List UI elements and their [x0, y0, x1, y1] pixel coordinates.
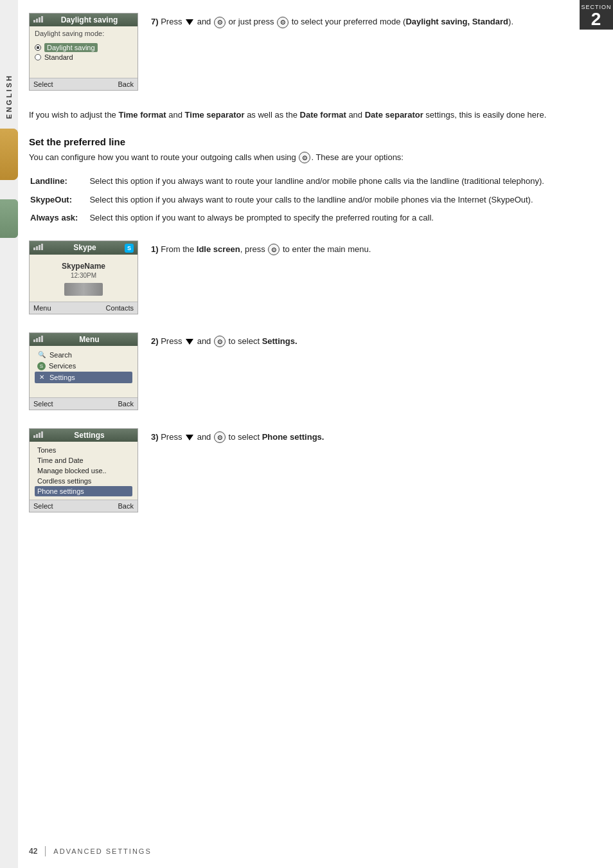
step7-suffix: to select your preferred mode (Daylight … [292, 17, 513, 26]
def-always-ask-text: Select this option if you want to always… [89, 210, 599, 228]
main-content: Daylight saving Daylight saving mode: Da… [29, 0, 600, 512]
def-always-ask: Always ask: Select this option if you wa… [30, 210, 599, 228]
footer-divider [45, 846, 46, 856]
step2-arrow-icon [186, 339, 193, 345]
settings-icon: ✕ [37, 373, 46, 382]
time-separator-bold: Time separator [185, 110, 245, 120]
definitions-table: Landline: Select this option if you alwa… [29, 172, 600, 229]
step2-number: 2) [151, 336, 159, 346]
step3-number: 3) [151, 432, 159, 442]
menu-item-settings: ✕ Settings [35, 372, 132, 383]
skype-icon: S [125, 243, 134, 253]
set-preferred-intro: You can configure how you want to route … [29, 151, 600, 164]
menu-signal-icon [33, 335, 45, 344]
step7-text: 7) Press and ⊙ or just press ⊙ to select… [151, 13, 600, 28]
menu-item-search: 🔍 Search [35, 349, 132, 361]
step3-circle-btn: ⊙ [214, 431, 226, 443]
daylight-screen-body: Daylight saving mode: Daylight saving St… [30, 26, 138, 78]
def-skypeout: SkypeOut: Select this option if you alwa… [30, 192, 599, 210]
settings-title-bar: Settings [30, 429, 138, 442]
settings-footer: Select Back [30, 500, 138, 512]
services-icon: S [37, 362, 46, 370]
menu-footer-right: Back [118, 400, 134, 408]
signal-icon [33, 15, 45, 24]
intro-paragraph: If you wish to adjust the Time format an… [29, 109, 600, 122]
daylight-mode-label: Daylight saving mode: [35, 30, 132, 37]
settings-cordless: Cordless settings [35, 476, 132, 486]
set-preferred-heading: Set the preferred line [29, 136, 600, 147]
daylight-option2-label: Standard [44, 53, 73, 61]
def-landline: Landline: Select this option if you alwa… [30, 174, 599, 191]
daylight-footer-left: Select [33, 80, 53, 88]
skype-footer-right: Contacts [106, 304, 134, 312]
skype-time: 12:30PM [35, 272, 132, 279]
step3-press: Press [161, 432, 184, 442]
daylight-option1: Daylight saving [35, 42, 132, 53]
section-number: 2 [580, 10, 613, 28]
footer-label: ADVANCED SETTINGS [53, 847, 151, 855]
skype-title-bar: Skype S [30, 241, 138, 255]
menu-screen: Menu 🔍 Search S Services ✕ Settings Sele… [29, 332, 138, 410]
settings-title-text: Settings [45, 431, 134, 440]
settings-signal-icon [33, 431, 45, 440]
settings-tones: Tones [35, 445, 132, 455]
menu-search-label: Search [49, 351, 72, 359]
settings-screen: Settings Tones Time and Date Manage bloc… [29, 428, 138, 512]
settings-blocked: Manage blocked use.. [35, 466, 132, 476]
menu-settings-label: Settings [49, 374, 75, 381]
step1-suffix: to enter the main menu. [283, 244, 371, 254]
menu-title-text: Menu [45, 335, 134, 344]
menu-title-bar: Menu [30, 333, 138, 346]
def-skypeout-text: Select this option if you always want to… [89, 192, 599, 210]
menu-item-services: S Services [35, 361, 132, 372]
search-icon: 🔍 [37, 350, 46, 359]
step7-press: Press [161, 17, 184, 26]
section-badge: SECTION 2 [580, 0, 613, 30]
step7-and: and [197, 17, 213, 26]
skype-signal-icon [33, 243, 45, 252]
step2-press: Press [161, 336, 184, 346]
step2-suffix: to select Settings. [229, 336, 298, 346]
step7-or: or just press [229, 17, 276, 26]
step3-suffix: to select Phone settings. [229, 432, 324, 442]
settings-screen-body: Tones Time and Date Manage blocked use..… [30, 442, 138, 500]
settings-time-date: Time and Date [35, 455, 132, 466]
skype-screen-body: SkypeName 12:30PM [30, 255, 138, 302]
term-landline: Landline: [30, 174, 88, 191]
step2-row: Menu 🔍 Search S Services ✕ Settings Sele… [29, 332, 600, 410]
step1-from: From the Idle screen, press [161, 244, 267, 254]
step1-row: Skype S SkypeName 12:30PM Menu Contacts … [29, 240, 600, 314]
step7-arrow-icon [186, 19, 193, 25]
step3-and: and [197, 432, 213, 442]
menu-footer: Select Back [30, 397, 138, 410]
step3-text: 3) Press and ⊙ to select Phone settings. [151, 428, 600, 444]
daylight-screen: Daylight saving Daylight saving mode: Da… [29, 13, 138, 91]
settings-phone: Phone settings [35, 486, 132, 496]
def-landline-text: Select this option if you always want to… [89, 174, 599, 191]
settings-footer-right: Back [118, 502, 134, 510]
page-number: 42 [29, 847, 37, 856]
step2-text: 2) Press and ⊙ to select Settings. [151, 332, 600, 348]
step7-bold: Daylight saving, Standard [405, 17, 508, 26]
daylight-title-bar: Daylight saving [30, 14, 138, 26]
daylight-title-text: Daylight saving [45, 15, 134, 24]
daylight-option2: Standard [35, 53, 132, 62]
step2-and: and [197, 336, 213, 346]
step1-circle-btn: ⊙ [268, 244, 280, 255]
menu-services-label: Services [49, 362, 76, 370]
step7-circle-btn: ⊙ [214, 17, 226, 28]
step3-bold: Phone settings. [262, 432, 324, 442]
daylight-footer: Select Back [30, 78, 138, 90]
radio-unselected [35, 54, 41, 60]
step1-text: 1) From the Idle screen, press ⊙ to ente… [151, 240, 600, 256]
step7-circle-btn2: ⊙ [277, 17, 289, 28]
skype-footer-left: Menu [33, 304, 51, 312]
time-format-bold: Time format [118, 110, 166, 120]
radio-selected [35, 44, 41, 51]
step3-arrow-icon [186, 435, 193, 440]
menu-screen-body: 🔍 Search S Services ✕ Settings [30, 346, 138, 397]
footer-bar: 42 ADVANCED SETTINGS [29, 846, 600, 856]
settings-footer-left: Select [33, 502, 53, 510]
skype-avatar [64, 283, 103, 296]
daylight-footer-right: Back [118, 80, 134, 88]
